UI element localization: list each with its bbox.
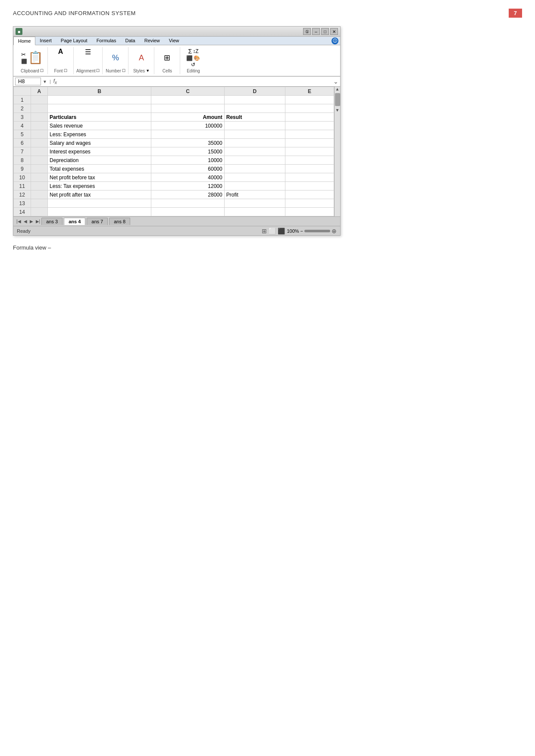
- font-expand-icon[interactable]: ☐: [64, 69, 67, 73]
- cell-d-4[interactable]: [224, 122, 285, 130]
- cell-d-10[interactable]: [224, 173, 285, 182]
- cell-e-14[interactable]: [285, 208, 334, 216]
- cell-e-4[interactable]: [285, 122, 334, 130]
- cell-b-4[interactable]: Sales revenue: [48, 122, 151, 130]
- cell-a-2[interactable]: [31, 104, 48, 113]
- cell-d-3[interactable]: Result: [224, 113, 285, 122]
- tab-review[interactable]: Review: [140, 37, 165, 45]
- cell-c-4[interactable]: 100000: [151, 122, 225, 130]
- paste-button[interactable]: ✂ ⬛ 📋: [19, 50, 45, 65]
- cell-c-3[interactable]: Amount: [151, 113, 225, 122]
- cell-b-11[interactable]: Less: Tax expenses: [48, 182, 151, 191]
- cell-a-5[interactable]: [31, 130, 48, 139]
- table-row[interactable]: 7Interest expenses15000: [14, 147, 334, 156]
- tab-page-layout[interactable]: Page Layout: [56, 37, 92, 45]
- cell-c-7[interactable]: 15000: [151, 147, 225, 156]
- cell-c-14[interactable]: [151, 208, 225, 216]
- cell-c-5[interactable]: [151, 130, 225, 139]
- cell-a-9[interactable]: [31, 165, 48, 173]
- cell-b-6[interactable]: Salary and wages: [48, 139, 151, 147]
- cell-e-11[interactable]: [285, 182, 334, 191]
- tab-data[interactable]: Data: [121, 37, 140, 45]
- table-row[interactable]: 12Net profit after tax28000Profit: [14, 191, 334, 199]
- cell-e-8[interactable]: [285, 156, 334, 165]
- cell-c-1[interactable]: [151, 96, 225, 104]
- cell-e-12[interactable]: [285, 191, 334, 199]
- cell-a-7[interactable]: [31, 147, 48, 156]
- cell-c-9[interactable]: 60000: [151, 165, 225, 173]
- cell-c-13[interactable]: [151, 199, 225, 208]
- cell-a-8[interactable]: [31, 156, 48, 165]
- table-row[interactable]: 2: [14, 104, 334, 113]
- cell-b-12[interactable]: Net profit after tax: [48, 191, 151, 199]
- styles-expand-icon[interactable]: ▼: [146, 69, 150, 73]
- cell-e-1[interactable]: [285, 96, 334, 104]
- cell-b-10[interactable]: Net profit before tax: [48, 173, 151, 182]
- cell-e-13[interactable]: [285, 199, 334, 208]
- cell-d-6[interactable]: [224, 139, 285, 147]
- cell-e-2[interactable]: [285, 104, 334, 113]
- cell-a-1[interactable]: [31, 96, 48, 104]
- expand-formula-bar-icon[interactable]: ⌄: [333, 78, 338, 85]
- cell-b-3[interactable]: Particulars: [48, 113, 151, 122]
- formula-input[interactable]: [59, 78, 332, 84]
- cell-b-2[interactable]: [48, 104, 151, 113]
- cell-e-9[interactable]: [285, 165, 334, 173]
- cell-d-14[interactable]: [224, 208, 285, 216]
- minimize-button[interactable]: –: [312, 28, 320, 35]
- cell-a-13[interactable]: [31, 199, 48, 208]
- cell-e-6[interactable]: [285, 139, 334, 147]
- cell-b-13[interactable]: [48, 199, 151, 208]
- cell-c-2[interactable]: [151, 104, 225, 113]
- tab-view[interactable]: View: [165, 37, 184, 45]
- zoom-minus-icon[interactable]: −: [300, 228, 303, 234]
- cell-d-1[interactable]: [224, 96, 285, 104]
- table-row[interactable]: 10Net profit before tax40000: [14, 173, 334, 182]
- cell-a-4[interactable]: [31, 122, 48, 130]
- scroll-thumb[interactable]: [335, 93, 340, 106]
- zoom-plus-icon[interactable]: ⊕: [332, 228, 337, 234]
- table-row[interactable]: 13: [14, 199, 334, 208]
- table-row[interactable]: 6Salary and wages35000: [14, 139, 334, 147]
- scroll-up-arrow[interactable]: ▲: [335, 87, 340, 91]
- page-layout-view-button[interactable]: ⬜: [269, 228, 276, 234]
- cell-c-11[interactable]: 12000: [151, 182, 225, 191]
- tab-formulas[interactable]: Formulas: [92, 37, 121, 45]
- cell-d-13[interactable]: [224, 199, 285, 208]
- cell-reference-box[interactable]: H8: [15, 78, 41, 85]
- cell-c-6[interactable]: 35000: [151, 139, 225, 147]
- cell-a-14[interactable]: [31, 208, 48, 216]
- table-row[interactable]: 4Sales revenue100000: [14, 122, 334, 130]
- restore-button[interactable]: □: [321, 28, 329, 35]
- cell-b-8[interactable]: Depreciation: [48, 156, 151, 165]
- cell-d-12[interactable]: Profit: [224, 191, 285, 199]
- cell-d-7[interactable]: [224, 147, 285, 156]
- cell-a-3[interactable]: [31, 113, 48, 122]
- table-row[interactable]: 14: [14, 208, 334, 216]
- alignment-expand-icon[interactable]: ☐: [96, 69, 100, 73]
- table-row[interactable]: 5Less: Expenses: [14, 130, 334, 139]
- help-circle-button[interactable]: ⓘ: [332, 37, 338, 44]
- cell-d-8[interactable]: [224, 156, 285, 165]
- cell-c-12[interactable]: 28000: [151, 191, 225, 199]
- normal-view-button[interactable]: ⊞: [262, 228, 267, 234]
- cell-b-1[interactable]: [48, 96, 151, 104]
- cell-d-11[interactable]: [224, 182, 285, 191]
- cell-a-6[interactable]: [31, 139, 48, 147]
- cell-b-9[interactable]: Total expenses: [48, 165, 151, 173]
- cell-a-11[interactable]: [31, 182, 48, 191]
- sheet-tab-ans4[interactable]: ans 4: [64, 218, 85, 225]
- cell-e-3[interactable]: [285, 113, 334, 122]
- cell-b-14[interactable]: [48, 208, 151, 216]
- vertical-scrollbar[interactable]: ▲ ▼: [334, 87, 340, 216]
- page-break-view-button[interactable]: ⬛: [278, 228, 285, 234]
- cell-c-10[interactable]: 40000: [151, 173, 225, 182]
- sheet-tab-ans7[interactable]: ans 7: [87, 218, 108, 225]
- formula-bar-dropdown[interactable]: ▼: [43, 79, 47, 84]
- cell-b-5[interactable]: Less: Expenses: [48, 130, 151, 139]
- table-row[interactable]: 9Total expenses60000: [14, 165, 334, 173]
- cell-d-5[interactable]: [224, 130, 285, 139]
- cell-b-7[interactable]: Interest expenses: [48, 147, 151, 156]
- cell-a-12[interactable]: [31, 191, 48, 199]
- sheet-tab-ans8[interactable]: ans 8: [109, 218, 130, 225]
